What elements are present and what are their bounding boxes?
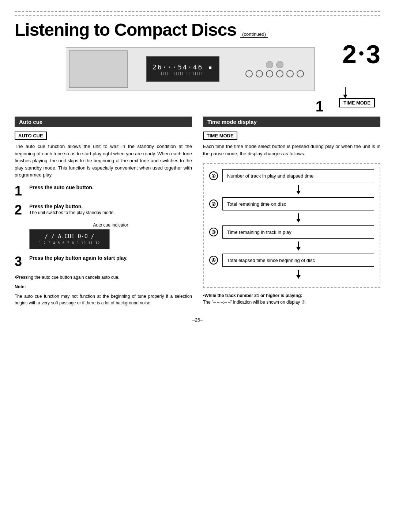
step-2-sub: The unit switches to the play standby mo… xyxy=(29,210,114,215)
continued-tag: (continued) xyxy=(240,31,268,38)
device-buttons-row1 xyxy=(266,61,283,68)
auto-cue-key: AUTO CUE xyxy=(15,132,47,140)
indicator-wrapper: Auto cue indicator / / A.CUE 0·0 / 1 2 3… xyxy=(29,223,192,249)
time-circle-1: ① xyxy=(209,171,218,180)
step-3-text: Press the play button again to start pla… xyxy=(29,255,128,261)
indicator-tracks: 1 2 3 4 5 6 7 8 9 10 11 12 xyxy=(39,241,100,245)
time-flow-diagram: ① Number of track in play and elapsed ti… xyxy=(203,163,380,288)
main-content: Auto cue AUTO CUE The auto cue function … xyxy=(15,117,380,306)
time-mode-key: TIME MODE xyxy=(203,132,237,140)
step-1-text: Press the auto cue button. xyxy=(29,185,94,190)
step-2-number: 2 xyxy=(15,204,25,217)
device-right-panel xyxy=(238,50,311,88)
arrow-1-2 xyxy=(222,184,374,196)
time-flow-item-2: ② Total remaining time on disc xyxy=(209,197,374,210)
indicator-label: Auto cue indicator xyxy=(29,223,192,228)
step-number-23: 2 • 3 xyxy=(342,40,380,69)
while-note-bold: •While the track number 21 or higher is … xyxy=(203,293,302,298)
note-title: Note: xyxy=(15,284,192,290)
step-2: 2 Press the play button. The unit switch… xyxy=(15,204,192,217)
step-3-bold: Press the play button again to start pla… xyxy=(29,255,128,261)
time-flow-item-1: ① Number of track in play and elapsed ti… xyxy=(209,169,374,182)
step-2-text: Press the play button. The unit switches… xyxy=(29,204,114,215)
arrow-3-4 xyxy=(222,240,374,252)
time-flow-item-3: ③ Time remaining in track in play xyxy=(209,225,374,239)
time-mode-title: Time mode display xyxy=(203,117,380,127)
step-1-number: 1 xyxy=(15,185,25,198)
device-button-hollow xyxy=(256,70,263,77)
time-box-2: Total remaining time on disc xyxy=(222,197,374,210)
note-body: The auto cue function may not function a… xyxy=(15,293,192,306)
while-note: •While the track number 21 or higher is … xyxy=(203,292,380,305)
page-title: Listening to Compact Discs xyxy=(15,20,236,40)
arrow-to-time-mode xyxy=(343,87,347,98)
page-number: –26– xyxy=(15,317,380,323)
step-3: 3 Press the play button again to start p… xyxy=(15,255,192,268)
step-1-bold: Press the auto cue button. xyxy=(29,185,94,190)
time-mode-button-label: TIME MODE xyxy=(339,98,375,107)
auto-cue-section: Auto cue AUTO CUE The auto cue function … xyxy=(15,117,192,306)
time-box-4: Total elapsed time since beginning of di… xyxy=(222,254,374,267)
device-button xyxy=(266,61,273,68)
arrow-2-3 xyxy=(222,212,374,224)
device-diagram: 2 • 3 26···54·46 ▪ ||||||||||||||||||||| xyxy=(37,47,380,91)
step-3-number: 3 xyxy=(15,255,25,268)
device-button-hollow xyxy=(245,70,253,77)
time-box-1: Number of track in play and elapsed time xyxy=(222,169,374,182)
time-box-3: Time remaining in track in play xyxy=(222,225,374,239)
auto-cue-description: The auto cue function allows the unit to… xyxy=(15,143,192,179)
step-2-bold: Press the play button. xyxy=(29,204,114,209)
step-1: 1 Press the auto cue button. xyxy=(15,185,192,198)
time-circle-2: ② xyxy=(209,200,218,208)
device-display: 26···54·46 ▪ ||||||||||||||||||||| xyxy=(146,56,219,82)
device-buttons-row2 xyxy=(245,70,304,77)
indicator-display: / / A.CUE 0·0 / 1 2 3 4 5 6 7 8 9 10 11 … xyxy=(29,229,110,249)
device-button-hollow xyxy=(297,70,304,77)
page-header: Listening to Compact Discs (continued) xyxy=(15,15,380,40)
time-mode-section: Time mode display TIME MODE Each time th… xyxy=(203,117,380,306)
device-button-hollow xyxy=(276,70,283,77)
time-circle-4: ④ xyxy=(209,256,218,265)
indicator-display-text: / / A.CUE 0·0 / xyxy=(45,233,94,240)
device-button-hollow xyxy=(286,70,294,77)
arrow-cycle xyxy=(222,268,374,280)
autocue-bullet-note: •Pressing the auto cue button again canc… xyxy=(15,274,192,281)
cd-player-image: 26···54·46 ▪ ||||||||||||||||||||| xyxy=(66,47,315,91)
time-mode-description: Each time the time mode select button is… xyxy=(203,143,380,157)
time-flow-item-4: ④ Total elapsed time since beginning of … xyxy=(209,254,374,267)
step-label-1: 1 xyxy=(316,98,324,115)
device-left-panel xyxy=(69,50,128,88)
while-note-text: The "– – –:– –" indication will be shown… xyxy=(203,300,306,305)
device-button-hollow xyxy=(266,70,273,77)
auto-cue-title: Auto cue xyxy=(15,117,192,127)
time-circle-3: ③ xyxy=(209,228,218,236)
device-button xyxy=(276,61,283,68)
